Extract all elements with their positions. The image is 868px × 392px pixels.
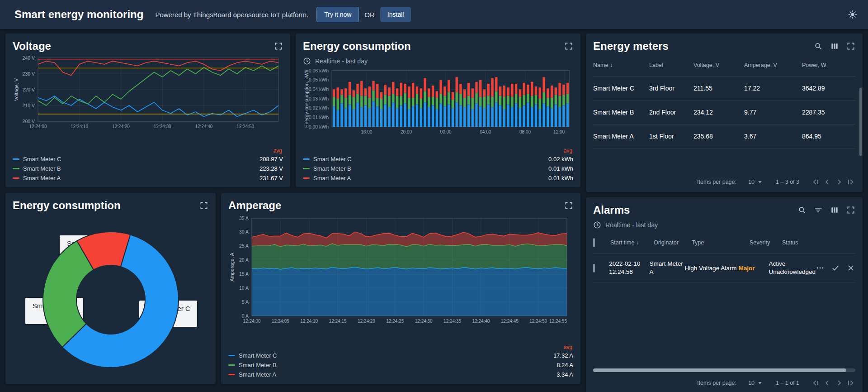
table-row[interactable]: Smart Meter C 3rd Floor 211.55 17.22 364… — [593, 76, 855, 100]
vertical-scrollbar[interactable] — [859, 88, 862, 156]
more-actions-icon[interactable] — [816, 263, 825, 272]
columns-icon[interactable] — [830, 206, 839, 215]
series-name: Smart Meter B — [239, 362, 277, 368]
fullscreen-icon[interactable] — [846, 206, 855, 215]
svg-text:12:24:30: 12:24:30 — [415, 319, 433, 324]
svg-text:20:00: 20:00 — [401, 129, 412, 134]
svg-text:12:24:10: 12:24:10 — [300, 319, 318, 324]
page-range-label: 1 – 1 of 1 — [776, 380, 799, 386]
clock-icon — [593, 221, 601, 229]
column-header-originator[interactable]: Originator — [654, 239, 692, 246]
series-name: Smart Meter A — [239, 371, 276, 378]
card-title-energy-meters: Energy meters — [593, 40, 669, 53]
last-page-button[interactable] — [846, 177, 855, 186]
svg-text:08:00: 08:00 — [519, 129, 531, 134]
install-button[interactable]: Install — [380, 7, 411, 22]
next-page-button[interactable] — [835, 378, 844, 387]
series-name: Smart Meter A — [313, 175, 351, 182]
table-row[interactable]: Smart Meter B 2nd Floor 234.12 9.77 2287… — [593, 100, 855, 124]
svg-text:12:24:35: 12:24:35 — [443, 319, 461, 324]
column-header-status[interactable]: Status — [782, 239, 830, 246]
filter-icon[interactable] — [814, 206, 823, 215]
first-page-button[interactable] — [811, 378, 820, 387]
last-page-button[interactable] — [846, 378, 855, 387]
column-header-name[interactable]: Name↓ — [593, 62, 649, 68]
scrollbar-thumb[interactable] — [593, 368, 846, 372]
previous-page-button[interactable] — [823, 177, 832, 186]
series-avg: 8.24 A — [557, 362, 573, 368]
fullscreen-icon[interactable] — [564, 201, 573, 210]
svg-text:Voltage, V: Voltage, V — [14, 78, 19, 101]
svg-text:Amperage, A: Amperage, A — [229, 253, 235, 282]
svg-text:5 A: 5 A — [242, 299, 249, 305]
svg-text:12:24:00: 12:24:00 — [29, 124, 47, 129]
svg-text:0.05 kWh: 0.05 kWh — [309, 77, 329, 82]
brightness-icon[interactable] — [848, 10, 857, 19]
svg-text:04:00: 04:00 — [480, 129, 491, 134]
svg-text:12:00: 12:00 — [553, 129, 565, 134]
select-all-checkbox[interactable] — [593, 238, 595, 247]
column-header-start-time[interactable]: Start time↓ — [610, 239, 654, 246]
search-icon[interactable] — [797, 206, 807, 215]
cell-label: 1st Floor — [649, 133, 693, 140]
column-header-label[interactable]: Label — [649, 62, 693, 68]
card-title-alarms: Alarms — [593, 204, 630, 216]
fullscreen-icon[interactable] — [564, 42, 573, 51]
next-page-button[interactable] — [835, 177, 844, 186]
legend-avg-header: avg — [228, 344, 573, 351]
search-icon[interactable] — [814, 42, 823, 51]
legend-item[interactable]: Smart Meter C 208.97 V — [13, 154, 283, 164]
column-header-amperage[interactable]: Amperage, V — [744, 62, 802, 68]
cell-amperage: 3.67 — [744, 133, 802, 140]
series-avg: 223.28 V — [259, 165, 283, 172]
acknowledge-check-icon[interactable] — [831, 263, 840, 272]
series-avg: 0.01 kWh — [548, 165, 573, 172]
legend-item[interactable]: Smart Meter B 0.01 kWh — [303, 164, 573, 173]
column-header-power[interactable]: Power, W — [802, 62, 855, 68]
fullscreen-icon[interactable] — [274, 42, 283, 51]
timewindow-label[interactable]: Realtime - last day — [605, 221, 658, 229]
svg-text:0.01 kWh: 0.01 kWh — [309, 115, 329, 120]
items-per-page-select[interactable]: 10 — [748, 178, 764, 186]
timewindow-label[interactable]: Realtime - last day — [315, 57, 368, 65]
cell-amperage: 17.22 — [744, 85, 802, 92]
legend-item[interactable]: Smart Meter C 17.32 A — [228, 351, 573, 360]
legend-item[interactable]: Smart Meter A 0.01 kWh — [303, 173, 573, 183]
items-per-page-select[interactable]: 10 — [748, 379, 764, 387]
legend-item[interactable]: Smart Meter B 223.28 V — [13, 164, 283, 173]
previous-page-button[interactable] — [823, 378, 832, 387]
series-avg: 17.32 A — [553, 352, 573, 359]
columns-icon[interactable] — [830, 42, 839, 51]
column-header-voltage[interactable]: Voltage, V — [693, 62, 744, 68]
svg-text:12:24:55: 12:24:55 — [549, 319, 567, 324]
legend-item[interactable]: Smart Meter A 3.34 A — [228, 370, 573, 379]
legend-item[interactable]: Smart Meter C 0.02 kWh — [303, 154, 573, 164]
legend-item[interactable]: Smart Meter B 8.24 A — [228, 360, 573, 370]
card-title-energy-pie: Energy consumption — [13, 199, 121, 212]
series-avg: 3.34 A — [557, 371, 573, 378]
series-name: Smart Meter A — [23, 175, 61, 182]
alarms-header-row: Start time↓ Originator Type Severity Sta… — [593, 232, 855, 254]
svg-text:12:24:45: 12:24:45 — [501, 319, 519, 324]
row-checkbox[interactable] — [593, 264, 595, 272]
svg-text:210 V: 210 V — [23, 103, 35, 108]
column-header-severity[interactable]: Severity — [750, 239, 782, 246]
cell-voltage: 234.12 — [693, 109, 744, 116]
legend-item[interactable]: Smart Meter A 231.67 V — [13, 173, 283, 183]
header-subtitle: Powered by ThingsBoard opensource IoT pl… — [155, 11, 308, 19]
dropdown-caret-icon — [756, 178, 764, 186]
fullscreen-icon[interactable] — [199, 201, 208, 210]
table-row[interactable]: Smart Meter A 1st Floor 235.68 3.67 864.… — [593, 124, 855, 148]
energy-meters-widget: Energy meters Name↓ Label Voltage, V — [586, 33, 863, 192]
fullscreen-icon[interactable] — [846, 42, 855, 51]
alarm-row[interactable]: 2022-02-1012:24:56 Smart Meter A High Vo… — [593, 254, 855, 282]
svg-text:0.00 kWh: 0.00 kWh — [309, 124, 329, 129]
horizontal-scrollbar[interactable] — [593, 368, 855, 372]
first-page-button[interactable] — [811, 177, 820, 186]
clear-alarm-icon[interactable] — [846, 263, 855, 272]
svg-text:25 A: 25 A — [239, 243, 249, 249]
card-title-amperage: Amperage — [228, 199, 281, 212]
cell-power: 864.95 — [802, 133, 855, 140]
column-header-type[interactable]: Type — [692, 239, 750, 246]
try-it-now-button[interactable]: Try it now — [316, 7, 359, 22]
